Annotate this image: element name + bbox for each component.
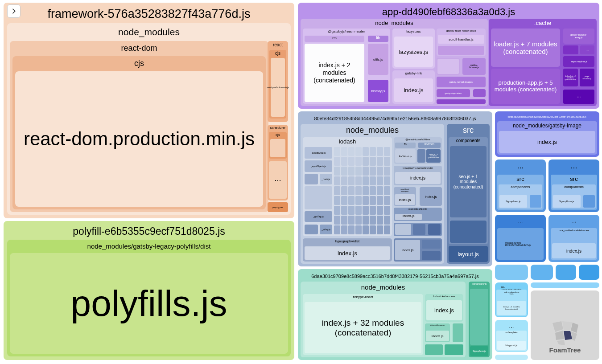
gatsby-link-group[interactable]: gatsby-link index.js [392, 70, 435, 104]
components[interactable]: components SignupForm.js [552, 184, 596, 209]
chunk-app[interactable]: app-dd490febf68336a3a0d3.js node_modules… [298, 3, 599, 109]
chunk1-node-modules[interactable]: node_modules lodash _equalByTag.js _equa… [301, 124, 444, 264]
scheduler-cjs[interactable]: cjs [269, 132, 287, 159]
components-group[interactable]: components seo.js + 1 modules (concatena… [449, 137, 488, 244]
reach-index-file[interactable]: index.js + 2 modules (concatenated) [305, 44, 364, 102]
app-node-modules[interactable]: node_modules @gatsbyjs/reach-router es l… [301, 19, 488, 106]
chunk-strip[interactable] [531, 282, 599, 288]
chunk-lodash-kebab[interactable]: ··· node_modules/lodash.kebabcase index.… [548, 215, 599, 262]
typography-file[interactable]: index.js [305, 246, 390, 260]
react-cjs[interactable]: cjs react.production.min.js [269, 50, 286, 119]
chunk2-small-a[interactable] [453, 323, 463, 342]
toggle-sidebar-button[interactable] [7, 4, 21, 18]
chunk-rehype[interactable]: 6dae301c9709e8c5899acc3516b7dd8f43382179… [298, 269, 492, 360]
chunk-small-2[interactable] [531, 265, 553, 280]
fa-group[interactable]: fa [395, 143, 416, 148]
typography-group[interactable]: typography/dist index.js [303, 238, 392, 262]
scheduler-file[interactable] [270, 139, 285, 157]
lodash-kebab-group[interactable]: lodash.kebabcase index.js [425, 294, 463, 322]
node-modules-group[interactable]: node_modules react-dom cjs react-dom.pro… [7, 23, 291, 215]
lodash-cell[interactable]: _Hash.js [320, 174, 332, 184]
lodash-cell[interactable]: _toKey.js [320, 225, 332, 234]
react-fast-compare[interactable]: react-fast-compare index.js [394, 187, 416, 206]
lazysizes-group[interactable]: lazysizes lazysizes.js [392, 29, 435, 69]
async-requires-file[interactable]: async-requires.js [563, 56, 594, 67]
scheduler-more[interactable]: ··· [269, 161, 287, 199]
misc-index[interactable]: index.js [420, 187, 442, 206]
chunk1-misc-bottom[interactable]: index.js [394, 238, 442, 262]
lib-group[interactable]: lib [368, 36, 388, 42]
reach-router-group[interactable]: @gatsbyjs/reach-router es lib index.js +… [303, 29, 390, 104]
chunk1-src[interactable]: src components seo.js + 1 modules (conca… [447, 124, 490, 264]
rehype-file[interactable]: index.js + 32 modules (concatenated) [305, 302, 421, 353]
gatsby-scroll-group[interactable]: gatsby-react-router-scroll scroll-handle… [437, 29, 486, 56]
chunk-small-4[interactable] [579, 265, 599, 280]
scroll-more[interactable] [438, 46, 484, 55]
webpack-runtime-file[interactable]: webpack-runtime-1373c15c73e60a0c4a7a.js [497, 228, 544, 260]
chunk-gatsby-image[interactable]: e5f5b259f3bc5bd31060582de6626886320e23cc… [495, 111, 599, 157]
chunk2-src-inner[interactable] [470, 289, 488, 345]
lodash-group[interactable]: lodash _equalByTag.js _equalObjects.js _… [303, 137, 392, 236]
src-a-inner[interactable]: src components SignupForm.js [497, 175, 544, 210]
react-dom-group[interactable]: react-dom cjs react-dom.production.min.j… [10, 41, 268, 212]
gatsby-browser-row[interactable] [437, 99, 486, 104]
lodash-cell[interactable]: _getTag.js [305, 211, 332, 222]
lazysizes-file[interactable]: lazysizes.js [394, 37, 433, 67]
loader-file[interactable]: loader.js + 7 modules (concatenated) [491, 29, 560, 67]
chunk-webpack-runtime[interactable]: ··· webpack-runtime-1373c15c73e60a0c4a7a… [495, 215, 546, 262]
history-file[interactable]: history.js [368, 80, 388, 102]
icons-index-file[interactable]: index.js + 2 modules (concatenated) [426, 149, 441, 163]
es-group[interactable]: es [305, 36, 364, 42]
typography-normalize-file[interactable]: index.js [395, 172, 441, 184]
react-prod-file[interactable]: react.production.min.js [271, 58, 285, 117]
gatsby-image-file[interactable]: index.js [499, 131, 595, 153]
chunk-tiny-bottom[interactable] [495, 355, 528, 360]
scheduler-group[interactable]: scheduler cjs ··· [268, 125, 288, 200]
kebab-file[interactable]: index.js [426, 300, 462, 320]
icons-dots[interactable] [417, 149, 425, 163]
gatsby-remark-group[interactable]: gatsby-remark-images [437, 77, 486, 87]
production-app-file[interactable]: production-app.js + 5 modules (concatena… [491, 69, 560, 104]
chunk2-small-b[interactable] [425, 344, 443, 355]
chunk2-node-modules[interactable]: node_modules rehype-react index.js + 32 … [301, 282, 466, 357]
cache-dots-b[interactable]: ··· [563, 90, 594, 104]
cjs-group[interactable]: cjs react-dom.production.min.js [12, 56, 266, 209]
gatsby-plugin-offline-group[interactable]: gatsby-plugin-offline [437, 89, 470, 97]
misc-row[interactable] [394, 223, 442, 236]
page-renderer-file[interactable]: page-renderer.js [580, 69, 594, 86]
web-vitals-inner[interactable]: node_modules/web-vitals base.js + 1 modu… [496, 290, 527, 316]
chunk-src-b[interactable]: ··· src components SignupForm.js [548, 160, 599, 212]
chunk2-src-components[interactable]: src/components SignupForm.js [469, 282, 490, 357]
polyfill-path-group[interactable]: node_modules/gatsby-legacy-polyfills/dis… [7, 240, 291, 356]
react-dom-production-file[interactable]: react-dom.production.min.js [15, 71, 263, 207]
polyfills-file[interactable]: polyfills.js [10, 253, 288, 354]
layout-file[interactable]: layout.js [449, 246, 488, 262]
scroll-handler-file[interactable]: scroll-handler.js [438, 35, 484, 44]
react-side-effect-group[interactable]: react-side-effect/lib index.js [394, 208, 442, 221]
fa-github-file[interactable]: FaGithub.js [395, 149, 416, 163]
gatsby-browser-file[interactable]: gatsby-browser.js [462, 58, 486, 75]
chunk-blog-post[interactable]: ... src/templates blog-post.js [495, 320, 528, 352]
gatsby-link-file[interactable]: index.js [394, 78, 433, 102]
find-path-file[interactable]: find-path.js + 1 modules (concatenated) [563, 69, 578, 86]
components-small[interactable] [450, 221, 487, 243]
utils-file[interactable]: utils.js [368, 44, 388, 75]
prop-types-group[interactable]: prop-types [268, 202, 288, 212]
cache-group[interactable]: .cache loader.js + 7 modules (concatenat… [489, 19, 597, 106]
seo-file[interactable]: seo.js + 1 modules (concatenated) [450, 146, 487, 217]
lodash-kebab-inner[interactable]: node_modules/lodash.kebabcase index.js [551, 228, 597, 260]
chunk-lodash[interactable]: 80efe34df291854b8dd44495d74d99fa1e2156eb… [298, 111, 492, 266]
chunk-polyfill[interactable]: polyfill-e6b5355c9ecf751d8025.js node_mo… [4, 221, 294, 360]
react-group[interactable]: react cjs react.production.min.js [268, 41, 288, 122]
lib-esm-group[interactable]: lib/esm [418, 143, 441, 148]
chunk-small-3[interactable] [556, 265, 576, 280]
blog-post-inner[interactable]: src/templates blog-post.js [496, 331, 527, 351]
lodash-cells[interactable] [305, 186, 332, 209]
chunk2-small-c[interactable] [445, 344, 463, 355]
lodash-cell[interactable]: _equalByTag.js [305, 147, 332, 159]
chunk-web-vitals[interactable]: 189-014d3d2690e1898ad8.js node_modules/w… [495, 282, 528, 317]
gatsby-image-path[interactable]: node_modules/gatsby-image index.js [497, 121, 597, 155]
browser-entry-file[interactable]: gatsby-browser-entry.js [563, 29, 594, 44]
app-tiny-a[interactable] [473, 89, 486, 97]
chunk-src-a[interactable]: ··· src components SignupForm.js [495, 160, 546, 212]
